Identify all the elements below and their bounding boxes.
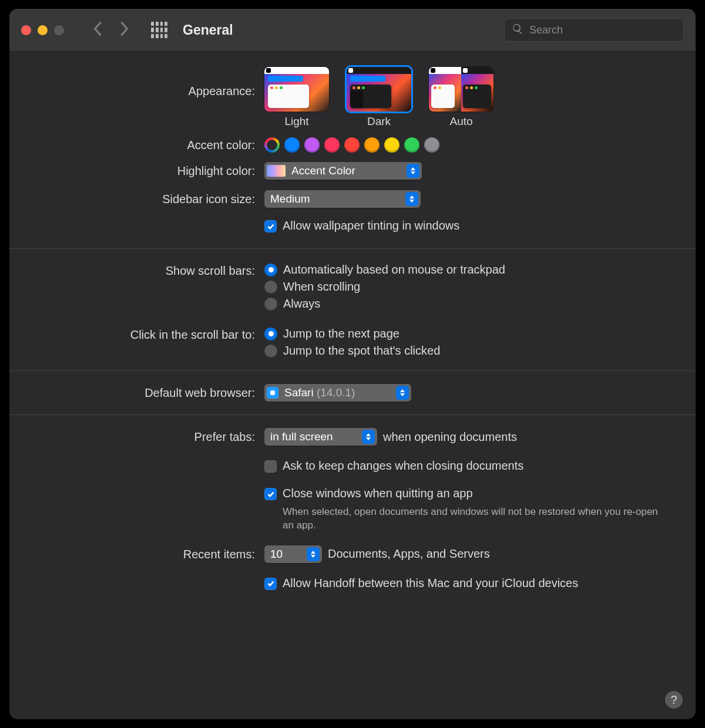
search-icon	[512, 23, 523, 38]
window-title: General	[183, 22, 233, 38]
label-prefertabs: Prefer tabs:	[33, 428, 264, 444]
accent-purple[interactable]	[304, 137, 320, 153]
search-field[interactable]	[504, 18, 684, 42]
scrollbar-options: Automatically based on mouse or trackpad…	[264, 262, 672, 311]
accent-red[interactable]	[344, 137, 360, 153]
divider	[9, 370, 696, 371]
scrollclick-options: Jump to the next page Jump to the spot t…	[264, 326, 672, 358]
browser-version: (14.0.1)	[317, 386, 355, 399]
sidebar-size-dropdown[interactable]: Medium	[264, 190, 421, 208]
accent-green[interactable]	[404, 137, 419, 153]
show-all-icon[interactable]	[151, 22, 167, 38]
checkbox-icon	[264, 488, 277, 500]
scrollclick-page[interactable]: Jump to the next page	[264, 327, 672, 341]
scroll-auto[interactable]: Automatically based on mouse or trackpad	[264, 263, 672, 277]
accent-yellow[interactable]	[384, 137, 400, 153]
back-icon[interactable]	[92, 21, 102, 39]
accent-blue[interactable]	[284, 137, 300, 153]
recent-suffix: Documents, Apps, and Servers	[328, 547, 490, 561]
label-scrollclick: Click in the scroll bar to:	[33, 326, 264, 342]
ask-keep-checkbox[interactable]: Ask to keep changes when closing documen…	[264, 456, 672, 476]
prefertabs-value: in full screen	[270, 430, 357, 443]
label-scrollbars: Show scroll bars:	[33, 262, 264, 278]
appearance-options: Light Dark	[264, 67, 672, 128]
traffic-lights	[21, 25, 64, 35]
label-recent: Recent items:	[33, 545, 264, 561]
chevron-updown-icon	[362, 430, 375, 444]
help-icon: ?	[670, 693, 677, 707]
accent-pink[interactable]	[324, 137, 340, 153]
accent-orange[interactable]	[364, 137, 380, 153]
scroll-when-scrolling[interactable]: When scrolling	[264, 280, 672, 294]
divider	[9, 248, 696, 249]
close-windows-sub: When selected, open documents and window…	[264, 504, 659, 532]
appearance-light-label: Light	[284, 115, 308, 128]
chevron-updown-icon	[407, 164, 419, 178]
recent-dropdown[interactable]: 10	[264, 545, 322, 563]
chevron-updown-icon	[405, 192, 418, 206]
browser-dropdown[interactable]: Safari (14.0.1)	[264, 384, 411, 402]
accent-multicolor[interactable]	[264, 137, 280, 153]
scrollclick-spot[interactable]: Jump to the spot that's clicked	[264, 344, 672, 358]
label-appearance: Appearance:	[33, 67, 264, 98]
chevron-updown-icon	[396, 386, 409, 400]
search-input[interactable]	[528, 23, 676, 37]
preferences-window: General Appearance: Light	[9, 9, 696, 719]
checkbox-icon	[264, 220, 277, 232]
recent-value: 10	[270, 548, 302, 561]
help-button[interactable]: ?	[665, 691, 683, 709]
forward-icon[interactable]	[120, 21, 130, 39]
label-highlight: Highlight color:	[33, 162, 264, 178]
scroll-always[interactable]: Always	[264, 297, 672, 311]
browser-name: Safari	[284, 386, 314, 399]
minimize-icon[interactable]	[38, 25, 48, 35]
highlight-value: Accent Color	[291, 164, 402, 177]
highlight-swatch-icon	[267, 165, 286, 177]
checkbox-icon	[264, 460, 277, 473]
nav-arrows	[92, 21, 130, 39]
appearance-auto-label: Auto	[449, 115, 472, 128]
label-accent: Accent color:	[33, 136, 264, 152]
label-sidebar: Sidebar icon size:	[33, 190, 264, 206]
appearance-option-light[interactable]: Light	[264, 67, 329, 128]
sidebar-value: Medium	[270, 193, 401, 205]
accent-graphite[interactable]	[424, 137, 439, 153]
handoff-checkbox[interactable]: Allow Handoff between this Mac and your …	[264, 574, 672, 593]
safari-icon	[267, 387, 278, 399]
checkbox-icon	[264, 578, 277, 590]
close-windows-checkbox[interactable]: Close windows when quitting an app	[264, 484, 672, 503]
zoom-icon	[54, 25, 64, 35]
prefertabs-dropdown[interactable]: in full screen	[264, 428, 377, 446]
appearance-option-dark[interactable]: Dark	[347, 67, 411, 128]
accent-swatches	[264, 136, 672, 153]
chevron-updown-icon	[307, 547, 320, 561]
wallpaper-tint-checkbox[interactable]: Allow wallpaper tinting in windows	[264, 216, 672, 235]
appearance-dark-label: Dark	[367, 115, 391, 128]
toolbar: General	[9, 9, 696, 52]
close-icon[interactable]	[21, 25, 31, 35]
divider	[9, 414, 696, 415]
prefertabs-suffix: when opening documents	[383, 430, 517, 444]
content: Appearance: Light	[9, 52, 696, 595]
label-browser: Default web browser:	[33, 384, 264, 400]
highlight-color-dropdown[interactable]: Accent Color	[264, 162, 422, 180]
appearance-option-auto[interactable]: Auto	[429, 67, 494, 128]
